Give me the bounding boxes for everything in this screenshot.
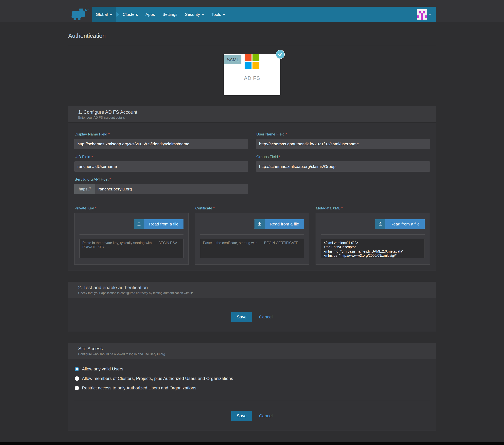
groups-input[interactable] <box>256 161 430 172</box>
required-marker: * <box>286 132 287 136</box>
divider <box>74 401 430 401</box>
app-header: ® Global Clusters Apps Settings Security… <box>0 0 504 22</box>
section-subtitle: Check that your application is configure… <box>78 291 426 295</box>
save-button[interactable]: Save <box>231 312 252 322</box>
section-title: Site Access <box>78 346 426 352</box>
upload-icon <box>375 219 385 229</box>
nav-global-menu[interactable]: Global <box>92 7 116 22</box>
field-api-host: BeryJu.org API Host * https:// <box>74 172 248 194</box>
saml-badge: SAML <box>224 55 241 64</box>
radio-allow-any-valid-users[interactable]: Allow any valid Users <box>75 364 430 374</box>
upload-icon <box>134 219 144 229</box>
field-display-name: Display Name Field * <box>74 127 248 149</box>
section-title: 1. Configure AD FS Account <box>78 109 426 115</box>
microsoft-logo-icon <box>245 54 259 69</box>
https-prefix-addon: https:// <box>74 184 95 194</box>
chevron-down-icon <box>429 13 432 15</box>
field-groups: Groups Field * <box>256 149 430 172</box>
chevron-down-icon <box>223 13 225 15</box>
radio-allow-members-clusters-projects[interactable]: Allow members of Clusters, Projects, plu… <box>75 374 430 383</box>
required-marker: * <box>95 206 96 210</box>
section-configure-account: 1. Configure AD FS Account Enter your AD… <box>68 106 436 271</box>
nav-item-apps[interactable]: Apps <box>142 7 159 22</box>
rancher-logo[interactable]: ® <box>68 7 92 22</box>
certificate-panel: Certificate * Read from a file <box>195 201 309 265</box>
user-avatar <box>417 9 427 19</box>
required-marker: * <box>213 206 215 210</box>
section-test-header: 2. Test and enable authentication Check … <box>68 282 436 298</box>
ms-square-red <box>245 54 252 61</box>
required-marker: * <box>341 206 343 210</box>
private-key-textarea[interactable] <box>79 239 183 258</box>
ms-square-blue <box>245 62 252 69</box>
read-from-file-button[interactable]: Read from a file <box>254 219 304 229</box>
field-uid: UID Field * <box>74 149 248 172</box>
required-marker: * <box>91 155 93 159</box>
navbar-spacer <box>229 7 412 22</box>
svg-text:®: ® <box>87 8 89 11</box>
section-configure-header: 1. Configure AD FS Account Enter your AD… <box>68 106 436 123</box>
panel-divider <box>321 234 425 235</box>
cancel-link[interactable]: Cancel <box>259 315 272 320</box>
ms-square-yellow <box>252 62 259 69</box>
read-from-file-button[interactable]: Read from a file <box>375 219 425 229</box>
required-marker: * <box>109 177 111 181</box>
nav-global-label: Global <box>96 12 108 17</box>
nav-context-pointer-icon <box>116 12 119 17</box>
section-subtitle: Enter your AD FS account details <box>78 116 426 119</box>
provider-card-adfs[interactable]: SAML AD FS <box>224 54 280 95</box>
read-from-file-button[interactable]: Read from a file <box>134 219 183 229</box>
top-navbar: Global Clusters Apps Settings Security T… <box>92 7 436 22</box>
nav-item-settings[interactable]: Settings <box>159 7 181 22</box>
main-content: Authentication SAML AD FS 1. Configure A… <box>68 22 436 431</box>
nav-item-tools[interactable]: Tools <box>208 7 229 22</box>
cancel-link[interactable]: Cancel <box>259 413 272 419</box>
save-button[interactable]: Save <box>231 411 252 421</box>
panel-divider <box>200 234 304 235</box>
upload-icon <box>254 219 265 229</box>
api-host-input[interactable] <box>95 184 248 194</box>
nav-item-clusters[interactable]: Clusters <box>119 7 142 22</box>
metadata-xml-panel: Metadata XML * Read from a file <?xml v <box>316 201 430 265</box>
nav-item-security[interactable]: Security <box>181 7 208 22</box>
uid-input[interactable] <box>74 161 248 172</box>
section-test-enable: 2. Test and enable authentication Check … <box>68 282 436 332</box>
rancher-cow-icon: ® <box>68 8 90 21</box>
required-marker: * <box>108 132 110 136</box>
display-name-input[interactable] <box>74 139 248 149</box>
required-marker: * <box>279 155 280 159</box>
app-footer: v2.5.5 English Download CLI <box>0 442 504 445</box>
section-site-access: Site Access Configure who should be allo… <box>68 343 436 431</box>
section-title: 2. Test and enable authentication <box>78 285 426 290</box>
selected-check-icon <box>276 50 285 59</box>
radio-button-icon <box>75 386 79 390</box>
chevron-down-icon <box>201 13 204 15</box>
chevron-down-icon <box>110 13 112 15</box>
radio-button-icon <box>75 376 79 381</box>
radio-button-icon <box>75 367 79 371</box>
certificate-textarea[interactable] <box>200 239 304 258</box>
provider-name: AD FS <box>224 75 280 81</box>
user-name-input[interactable] <box>256 139 430 149</box>
metadata-xml-textarea[interactable]: <?xml version="1.0"?> <md:EntityDescript… <box>321 239 425 258</box>
ms-square-green <box>252 54 259 61</box>
user-menu[interactable] <box>412 7 436 22</box>
private-key-panel: Private Key * Read from a file <box>74 201 189 265</box>
page-title: Authentication <box>68 32 436 45</box>
field-user-name: User Name Field * <box>256 127 430 149</box>
section-subtitle: Configure who should be allowed to log i… <box>78 352 426 356</box>
site-access-header: Site Access Configure who should be allo… <box>68 343 436 359</box>
panel-divider <box>79 234 183 235</box>
radio-restrict-authorized-only[interactable]: Restrict access to only Authorized Users… <box>75 383 430 393</box>
